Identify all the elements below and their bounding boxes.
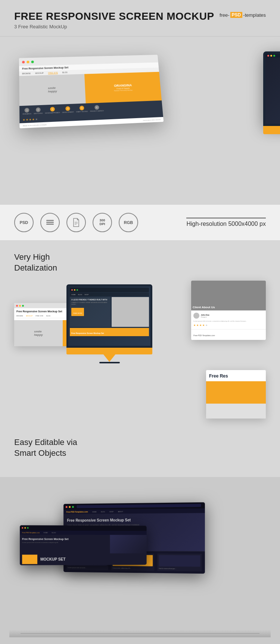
floating-browser-1: Free Responsive Screen Mockup Set BROWSE… — [19, 55, 164, 128]
editable-label: Easy Editable viaSmart Objects — [14, 437, 266, 458]
center-cta: READ MORE — [71, 308, 84, 316]
lb-dot-y — [19, 305, 21, 307]
hero-img-1: smilehappy — [19, 74, 85, 106]
dark-mockup-strip: MOCKUP SET — [20, 553, 147, 565]
client-avatar-row: John Doe Designer — [193, 313, 264, 319]
center-col-title: A LESS FRIENDLY THEMED BUILT WITH — [71, 299, 109, 301]
imac-dot-y — [270, 55, 272, 57]
mockup-set-text: MOCKUP SET — [40, 557, 65, 561]
step-5: 5 START TESTING — [76, 105, 88, 113]
c-dot-r — [71, 289, 73, 291]
step-label-3: DESIGN APPROACH — [45, 111, 60, 114]
dot-green — [31, 60, 34, 63]
cs-nav-home: HOME — [71, 294, 76, 296]
cs-nav-shop: SHOP — [84, 294, 88, 296]
dark-nav-about: ABOUT — [118, 511, 123, 512]
svg-rect-1 — [46, 222, 54, 223]
mockup-scene-section-1: Free Responsive Screen Mockup Set BROWSE… — [0, 37, 280, 204]
client-name-block: John Doe Designer — [201, 314, 209, 318]
step-6: 6 PROJECT LAUNCH — [90, 105, 104, 113]
star-1: ★ — [23, 119, 25, 122]
browser-site-title: Free Responsive Screen Mockup Set — [22, 66, 68, 70]
bottom-line — [21, 633, 259, 634]
step-circle-4: 4 — [66, 106, 71, 111]
cs-4: ★ — [202, 324, 205, 327]
cs-5: ★ — [205, 324, 208, 327]
step-2: 2 SKETCHING — [34, 107, 43, 114]
df-nav-blog: BLOG — [52, 532, 56, 534]
lb-smile: smilehappy — [34, 330, 43, 337]
dark-nav-shop: SHOP — [109, 511, 113, 512]
orangina-tag: Realistic Photoshop Mockup — [114, 89, 133, 92]
menu-blog: BLOG — [62, 71, 68, 74]
step-label-6: PROJECT LAUNCH — [90, 110, 104, 113]
center-screen-nav: HOME BLOG SHOP — [70, 293, 149, 296]
df-dot-r — [22, 527, 23, 529]
lb-nav-3: FREE SITE — [35, 315, 43, 317]
right-panel-img: Client About Us — [191, 281, 266, 310]
dark-logo-text: Free-PSD-Templates.com — [66, 511, 88, 513]
dark-mockup-section: Free-PSD-Templates.com HOME BLOG SHOP AB… — [0, 477, 280, 644]
step-label-1: RESEARCH — [23, 113, 31, 115]
center-imac-chin — [66, 348, 152, 354]
dark-nav-blog: BLOG — [101, 511, 105, 513]
free-res-label: Free Res — [209, 373, 228, 379]
layers-icon — [45, 218, 55, 227]
dark-col-1-text: Lorem ipsum dolor sit amet... — [68, 567, 107, 569]
imac-main-content: free-PSD-templates HOME BLOG SHOP ABOUT … — [265, 57, 280, 124]
dark-img-3 — [159, 555, 200, 567]
free-res-card: Free Res — [206, 370, 266, 419]
client-role: Designer — [201, 316, 209, 318]
dpi-badge: 300DPI — [93, 213, 112, 232]
star-3: ★ — [29, 118, 31, 121]
dark-browser-front: Free-PSD-Templates.com HOME BLOG Free Re… — [20, 525, 147, 565]
svg-rect-0 — [46, 224, 54, 225]
page-subtitle: 3 Free Realistic MockUp — [14, 24, 214, 29]
psd-badge: PSD — [14, 213, 34, 232]
center-img-col — [112, 297, 149, 327]
center-cta-text: READ MORE — [73, 312, 82, 314]
center-imac-body: HOME BLOG SHOP A LESS FRIENDLY THEMED BU… — [66, 284, 152, 363]
c-dot-g — [77, 289, 78, 291]
c-dot-y — [74, 289, 75, 291]
cs-1: ★ — [193, 324, 196, 327]
lb-dot-r — [16, 305, 18, 307]
imac-screen: free-PSD-templates HOME BLOG SHOP ABOUT … — [263, 51, 280, 126]
menu-freesite: FREE SITE — [48, 72, 58, 75]
dark-orange-box — [22, 555, 37, 564]
dark-front-text: Lorem ipsum dolor sit amet consectetur a… — [22, 542, 108, 544]
right-panel: Client About Us John Doe Designer Lorem … — [191, 281, 266, 340]
hero-img-2: ORANGINA Fresh & Organic Realistic Photo… — [84, 72, 162, 104]
step-circle-1: 1 — [25, 108, 29, 113]
smile-text: smilehappy — [48, 86, 57, 93]
center-screen-bar — [70, 288, 149, 292]
dark-front-img — [110, 535, 147, 554]
psd-label: PSD — [20, 220, 28, 225]
feature-icons-group: PSD 300DPI RGB — [14, 213, 138, 232]
cs-2: ★ — [196, 324, 199, 327]
dark-nav-home: HOME — [92, 511, 97, 513]
step-label-4: DEVELOPMENT — [62, 111, 74, 113]
page-title: FREE RESPONSIVE SCREEN MOCKUP — [14, 10, 214, 22]
center-col-text: USABILITY IN MIND GREAT MODERN DESIGN AN… — [71, 302, 109, 305]
detalization-label: Very HighDetalization — [14, 252, 266, 273]
dark-col-3-text: Sed do eiusmod tempor... — [159, 568, 200, 570]
svg-rect-2 — [46, 220, 54, 221]
df-dot-y — [24, 527, 26, 529]
scene-shadow — [9, 630, 271, 637]
center-imac: HOME BLOG SHOP A LESS FRIENDLY THEMED BU… — [66, 284, 152, 363]
cs-nav-blog: BLOG — [78, 294, 82, 296]
file-badge — [66, 213, 86, 232]
menu-browse: BROWSE — [22, 72, 31, 75]
db-dot-g — [72, 506, 74, 508]
client-avatar — [193, 313, 199, 319]
imac-dot-r — [267, 55, 269, 57]
title-block: FREE RESPONSIVE SCREEN MOCKUP 3 Free Rea… — [14, 10, 214, 29]
layers-badge — [40, 213, 60, 232]
dark-front-bar — [20, 525, 147, 531]
dark-front-title: Free Responsive Screen Mockup Set — [22, 538, 108, 540]
db-dot-y — [69, 506, 71, 508]
star-2: ★ — [26, 118, 28, 121]
step-1: 1 RESEARCH — [22, 108, 31, 115]
db-dot-r — [66, 506, 68, 508]
